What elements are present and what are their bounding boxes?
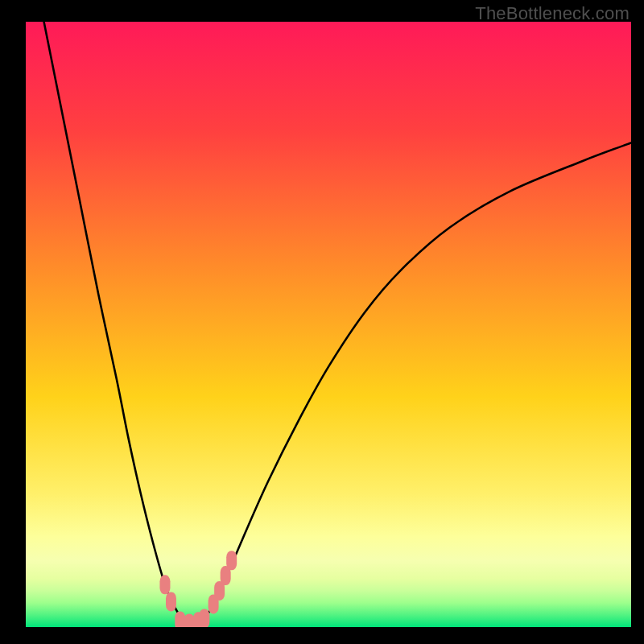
chart-frame: TheBottleneck.com (0, 0, 644, 644)
marker-point (175, 611, 185, 627)
marker-point (184, 613, 195, 627)
marker-point (226, 551, 237, 570)
watermark-text: TheBottleneck.com (475, 3, 630, 24)
marker-point (199, 609, 209, 627)
gradient-background (26, 22, 631, 627)
marker-point (159, 575, 170, 594)
marker-point (166, 592, 176, 611)
plot-area (26, 22, 631, 627)
chart-svg (26, 22, 631, 627)
